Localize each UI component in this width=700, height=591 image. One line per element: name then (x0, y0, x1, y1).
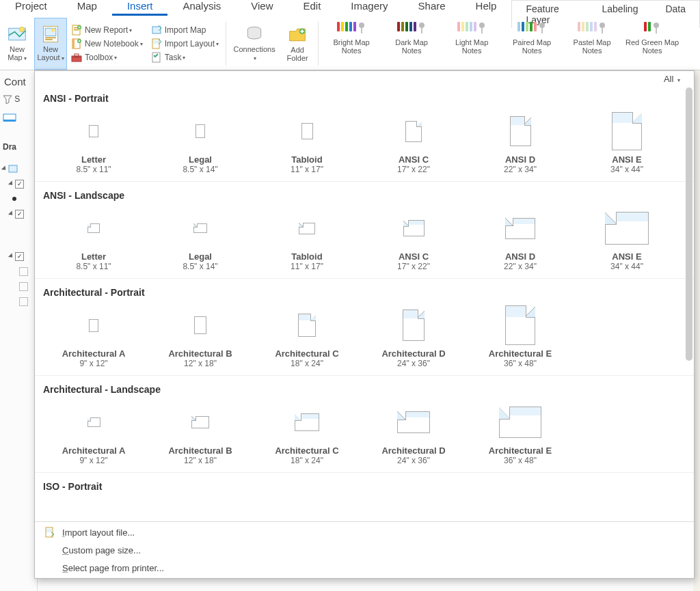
connections-button[interactable]: Connections▾ (229, 18, 280, 70)
layer-checkbox[interactable]: ✓ (15, 180, 24, 189)
select-page-from-printer-item[interactable]: Select page from printer... (35, 559, 694, 577)
new-layout-button[interactable]: New Layout▾ (34, 18, 67, 70)
svg-point-33 (654, 23, 659, 28)
paired-map-notes-button[interactable]: Paired Map Notes (502, 22, 562, 55)
svg-rect-9 (74, 29, 79, 31)
layout-option-architectural-c[interactable]: Architectural C18" x 24" (254, 403, 360, 465)
svg-point-1 (20, 27, 25, 32)
layout-option-architectural-c[interactable]: Architectural C18" x 24" (254, 306, 360, 368)
pushpin-icon (538, 22, 546, 34)
svg-rect-6 (45, 39, 53, 40)
layout-icon (41, 25, 60, 44)
map-frame-icon (8, 164, 18, 174)
menu-help[interactable]: Help (461, 0, 512, 14)
menu-map[interactable]: Map (62, 0, 112, 14)
layout-option-architectural-e[interactable]: Architectural E36" x 48" (467, 403, 574, 465)
layer-checkbox[interactable] (19, 297, 28, 306)
add-folder-button[interactable]: Add Folder (280, 18, 315, 70)
svg-rect-36 (3, 120, 16, 122)
menu-insert[interactable]: Insert (112, 0, 168, 16)
import-map-icon (151, 25, 162, 36)
layout-option-legal[interactable]: Legal8.5" x 14" (147, 209, 254, 271)
layout-option-letter[interactable]: Letter8.5" x 11" (40, 209, 147, 271)
map-icon (8, 25, 27, 44)
svg-rect-12 (72, 39, 75, 49)
connections-icon (245, 25, 264, 44)
svg-point-29 (539, 23, 545, 28)
menu-share[interactable]: Share (403, 0, 461, 14)
layout-option-architectural-a[interactable]: Architectural A9" x 12" (40, 306, 147, 368)
contents-pane: Cont S Dra ✓ ✓ ✓ (0, 70, 38, 591)
svg-rect-37 (9, 165, 17, 172)
svg-point-23 (359, 23, 364, 28)
point-symbol (12, 197, 16, 201)
menu-project[interactable]: Project (0, 0, 62, 14)
gallery-scrollbar[interactable] (686, 87, 692, 361)
gallery-section-title: ANSI - Portrait (35, 86, 694, 109)
light-map-notes-button[interactable]: Light Map Notes (442, 22, 502, 55)
ribbon: New Map▾ New Layout▾ New Report ▾New Not… (0, 18, 700, 70)
layout-option-ansi-c[interactable]: ANSI C17" x 22" (360, 112, 467, 174)
gallery-footer: Import layout file...Custom page size...… (35, 521, 694, 578)
layout-option-tabloid[interactable]: Tabloid11" x 17" (254, 209, 360, 271)
gallery-filter[interactable]: All ▾ (664, 74, 680, 84)
layout-option-ansi-e[interactable]: ANSI E34" x 44" (574, 112, 680, 174)
layout-option-architectural-b[interactable]: Architectural B12" x 18" (147, 403, 254, 465)
svg-rect-5 (45, 37, 56, 38)
pastel-map-notes-button[interactable]: Pastel Map Notes (562, 22, 622, 55)
layout-option-ansi-e[interactable]: ANSI E34" x 44" (574, 209, 680, 271)
layout-option-ansi-c[interactable]: ANSI C17" x 22" (360, 209, 467, 271)
menu-imagery[interactable]: Imagery (336, 0, 403, 14)
svg-rect-20 (152, 53, 160, 62)
layout-option-architectural-a[interactable]: Architectural A9" x 12" (40, 403, 147, 465)
layout-option-architectural-d[interactable]: Architectural D24" x 36" (360, 306, 467, 368)
menu-edit[interactable]: Edit (288, 0, 336, 14)
dark-map-notes-button[interactable]: Dark Map Notes (381, 22, 442, 55)
custom-page-size-item[interactable]: Custom page size... (35, 541, 694, 559)
layout-option-tabloid[interactable]: Tabloid11" x 17" (254, 112, 360, 174)
task-button[interactable]: Task ▾ (151, 52, 219, 63)
filter-icon[interactable] (3, 94, 12, 104)
new-report-button[interactable]: New Report ▾ (71, 25, 143, 36)
toolbox-icon (71, 52, 82, 63)
import-layout-file-item[interactable]: Import layout file... (35, 523, 694, 541)
layout-option-architectural-d[interactable]: Architectural D24" x 36" (360, 403, 467, 465)
notebook-icon (71, 38, 82, 49)
layer-checkbox[interactable] (19, 267, 28, 276)
gallery-section-title: Architectural - Landscape (35, 375, 694, 400)
import-layout-button[interactable]: Import Layout ▾ (151, 38, 219, 49)
task-icon (151, 52, 162, 63)
report-icon (71, 25, 82, 36)
layout-option-architectural-b[interactable]: Architectural B12" x 18" (147, 306, 254, 368)
red-green-map-notes-button[interactable]: Red Green Map Notes (622, 22, 682, 55)
svg-rect-39 (46, 529, 52, 532)
pushpin-icon (358, 22, 366, 34)
layout-option-ansi-d[interactable]: ANSI D22" x 34" (467, 112, 574, 174)
gallery-section-title: Architectural - Portrait (35, 278, 694, 303)
layout-option-architectural-e[interactable]: Architectural E36" x 48" (467, 306, 574, 368)
layout-option-legal[interactable]: Legal8.5" x 14" (147, 112, 254, 174)
contents-title: Cont (0, 74, 37, 92)
file-column: New Report ▾New Notebook ▾Toolbox ▾ (67, 18, 147, 70)
layout-option-ansi-d[interactable]: ANSI D22" x 34" (467, 209, 574, 271)
add-folder-icon (288, 25, 307, 44)
new-layout-gallery: All ▾ ANSI - PortraitLetter8.5" x 11"Leg… (34, 70, 695, 579)
layer-checkbox[interactable]: ✓ (15, 210, 24, 219)
import-layout-file-icon (44, 527, 55, 538)
toolbox-button[interactable]: Toolbox ▾ (71, 52, 143, 63)
bright-map-notes-button[interactable]: Bright Map Notes (321, 22, 381, 55)
import-map-button[interactable]: Import Map (151, 25, 219, 36)
svg-point-4 (51, 28, 55, 31)
layout-option-letter[interactable]: Letter8.5" x 11" (40, 112, 147, 174)
menu-analysis[interactable]: Analysis (167, 0, 236, 14)
gallery-section-title: ISO - Portrait (35, 472, 694, 497)
list-by-drawing-icon[interactable] (3, 113, 19, 124)
svg-point-25 (419, 23, 425, 28)
pushpin-icon (478, 22, 486, 34)
menu-view[interactable]: View (236, 0, 288, 14)
layer-checkbox[interactable]: ✓ (15, 252, 24, 261)
new-notebook-button[interactable]: New Notebook ▾ (71, 38, 143, 49)
layer-checkbox[interactable] (19, 282, 28, 291)
svg-point-27 (479, 23, 485, 28)
new-map-button[interactable]: New Map▾ (0, 18, 34, 70)
